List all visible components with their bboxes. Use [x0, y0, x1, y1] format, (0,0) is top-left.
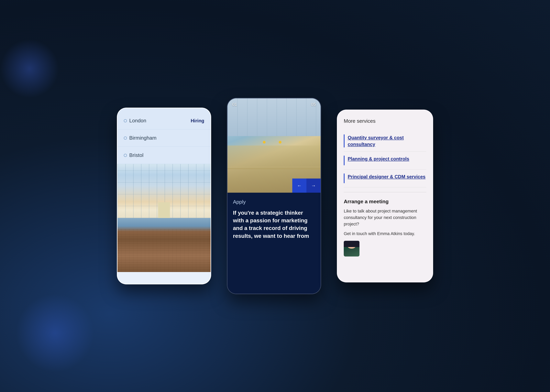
carousel-controls[interactable]: ← →: [292, 179, 321, 193]
location-dot: [124, 119, 127, 122]
carousel-next-button[interactable]: →: [306, 179, 321, 193]
location-item-bristol[interactable]: Bristol: [118, 147, 211, 164]
service-bar: [344, 155, 345, 165]
service-link-quantity-surveyor[interactable]: Quantity surveyor & cost consultancy: [344, 130, 426, 152]
location-birmingham-name: Birmingham: [129, 135, 156, 141]
location-dot: [124, 136, 127, 140]
location-london-name: London: [129, 118, 146, 124]
carousel-indicators: 01 05: [227, 102, 321, 107]
prev-arrow-icon: ←: [297, 183, 302, 188]
accent-dot-2: [279, 141, 282, 144]
avatar: [344, 241, 360, 257]
location-bristol-name: Bristol: [129, 152, 143, 158]
phone-1-inner: London Hiring Birmingham Bristol: [118, 108, 211, 284]
phone-3-inner: More services Quantity surveyor & cost c…: [338, 110, 432, 282]
location-dot: [124, 154, 127, 157]
location-london-left: London: [124, 118, 146, 124]
phone-apply: 01 05 ← → Apply If you're a strategic th…: [227, 98, 321, 294]
arrange-title: Arrange a meeting: [344, 199, 426, 205]
apply-content: Apply If you're a strategic thinker with…: [227, 193, 321, 294]
phone-locations: London Hiring Birmingham Bristol: [117, 108, 211, 284]
service-text-quantity-surveyor: Quantity surveyor & cost consultancy: [348, 134, 426, 147]
building-glass-atrium: [118, 164, 211, 218]
hiring-badge: Hiring: [191, 118, 204, 124]
building-brick-facade: [118, 218, 211, 272]
arrange-section: Arrange a meeting Like to talk about pro…: [344, 197, 426, 257]
location-list: London Hiring Birmingham Bristol: [118, 108, 211, 164]
location-bristol-left: Bristol: [124, 152, 143, 158]
service-bar: [344, 173, 345, 183]
railing-decoration: [227, 168, 321, 169]
more-services-title: More services: [344, 118, 426, 124]
service-bar: [344, 134, 345, 147]
carousel-container: 01 05 ← →: [227, 98, 321, 193]
service-text-principal-designer: Principal designer & CDM services: [348, 173, 425, 180]
location-birmingham-left: Birmingham: [124, 135, 156, 141]
service-link-planning[interactable]: Planning & project controls: [344, 152, 426, 169]
next-arrow-icon: →: [311, 183, 316, 188]
carousel-total: 05: [311, 102, 316, 107]
phone-2-inner: 01 05 ← → Apply If you're a strategic th…: [227, 98, 321, 294]
carousel-prev-button[interactable]: ←: [292, 179, 306, 193]
accent-dot-1: [263, 141, 266, 144]
section-divider: [344, 192, 426, 192]
apply-text: If you're a strategic thinker with a pas…: [233, 209, 315, 240]
service-text-planning: Planning & project controls: [348, 155, 409, 162]
service-link-principal-designer[interactable]: Principal designer & CDM services: [344, 169, 426, 187]
phone-services: More services Quantity surveyor & cost c…: [337, 110, 433, 282]
carousel-current: 01: [232, 102, 237, 107]
phones-container: London Hiring Birmingham Bristol: [117, 98, 433, 294]
location-item-birmingham[interactable]: Birmingham: [118, 129, 211, 147]
building-images: [118, 164, 211, 272]
arrange-description: Like to talk about project management co…: [344, 208, 426, 227]
contact-text: Get in touch with Emma Atkins today.: [344, 230, 426, 237]
apply-label: Apply: [233, 199, 315, 205]
location-item-london[interactable]: London Hiring: [118, 108, 211, 129]
